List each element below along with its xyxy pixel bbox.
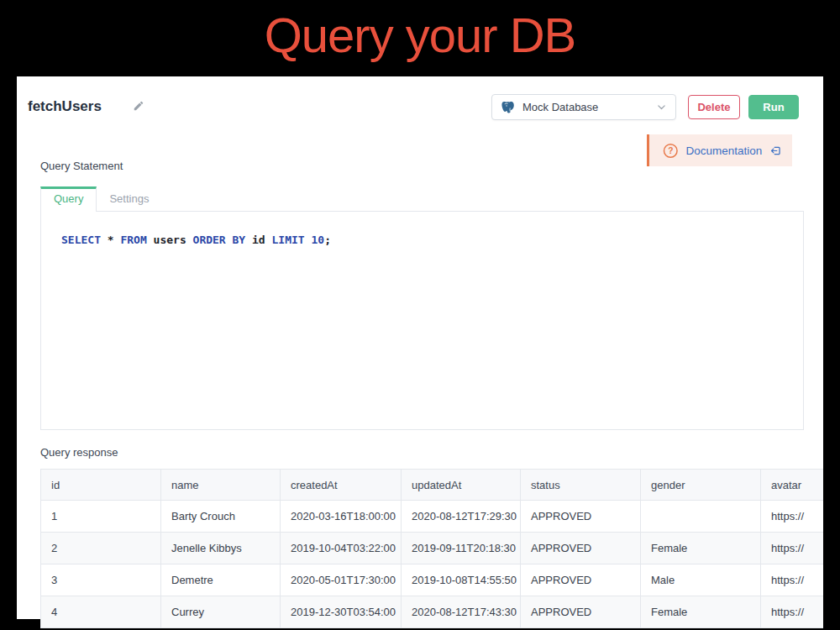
table-cell: APPROVED — [521, 533, 641, 564]
svg-text:?: ? — [668, 146, 673, 155]
sql-token — [226, 234, 233, 246]
column-header-name: name — [161, 470, 281, 501]
column-header-avatar: avatar — [761, 470, 824, 501]
table-row: 1Barty Crouch2020-03-16T18:00:002020-08-… — [41, 501, 824, 533]
table-body: 1Barty Crouch2020-03-16T18:00:002020-08-… — [41, 501, 824, 628]
table-cell: 2 — [41, 533, 161, 564]
statement-tabbar: Query Settings — [40, 188, 804, 212]
table-cell: Demetre — [161, 564, 281, 596]
column-header-id: id — [41, 470, 161, 501]
sql-token — [245, 234, 252, 246]
chevron-down-icon — [656, 102, 667, 113]
table-cell: 2020-08-12T17:43:30 — [402, 596, 521, 628]
tab-query[interactable]: Query — [40, 186, 97, 212]
column-header-status: status — [521, 470, 641, 501]
table-cell: APPROVED — [521, 501, 641, 533]
pencil-icon — [133, 100, 144, 112]
documentation-banner[interactable]: ? Documentation — [647, 134, 792, 166]
response-table-wrap: id name createdAt updatedAt status gende… — [40, 469, 823, 630]
postgresql-icon — [501, 100, 516, 115]
table-cell: APPROVED — [521, 564, 641, 596]
slide-title: Query your DB — [0, 7, 840, 63]
table-cell: 2019-10-08T14:55:50 — [402, 564, 521, 596]
table-cell: 2020-08-12T17:29:30 — [402, 501, 521, 533]
sql-token: ORDER — [193, 234, 226, 246]
table-cell: Currey — [161, 596, 281, 628]
table-cell: Barty Crouch — [161, 501, 281, 533]
table-cell: APPROVED — [521, 596, 641, 628]
sql-token: LIMIT — [272, 234, 305, 246]
sql-token: id — [252, 234, 265, 246]
sql-token: SELECT — [61, 234, 101, 246]
edit-name-button[interactable] — [133, 100, 144, 115]
query-statement-label: Query Statement — [40, 160, 123, 172]
column-header-updatedat: updatedAt — [402, 470, 521, 501]
query-response-label: Query response — [40, 446, 118, 459]
table-cell: 2019-10-04T03:22:00 — [281, 533, 402, 564]
table-cell: Male — [641, 564, 761, 596]
table-row: 3Demetre2020-05-01T17:30:002019-10-08T14… — [41, 564, 824, 596]
resource-select[interactable]: Mock Database — [491, 94, 676, 120]
table-cell: https:// — [761, 596, 824, 628]
sql-token: * — [108, 234, 114, 246]
table-cell: https:// — [761, 533, 824, 564]
table-cell: 2020-05-01T17:30:00 — [281, 564, 402, 596]
table-cell: 2019-09-11T20:18:30 — [402, 533, 521, 564]
sql-token — [186, 234, 193, 246]
open-docs-external-icon — [769, 144, 782, 157]
run-button[interactable]: Run — [748, 95, 799, 119]
column-header-createdat: createdAt — [281, 470, 402, 501]
sql-token — [265, 234, 272, 246]
table-cell: 3 — [41, 564, 161, 596]
table-cell: 2020-03-16T18:00:00 — [281, 501, 402, 533]
table-cell: 2019-12-30T03:54:00 — [281, 596, 402, 628]
sql-token: FROM — [120, 234, 146, 246]
documentation-link[interactable]: Documentation — [686, 144, 763, 157]
sql-code-line: SELECT * FROM users ORDER BY id LIMIT 10… — [61, 234, 803, 246]
sql-token — [101, 234, 108, 246]
resource-select-value: Mock Database — [522, 101, 649, 113]
sql-code-editor[interactable]: SELECT * FROM users ORDER BY id LIMIT 10… — [40, 212, 804, 430]
table-cell: https:// — [761, 501, 824, 533]
sql-token — [147, 234, 154, 246]
table-cell: https:// — [761, 564, 824, 596]
tab-settings[interactable]: Settings — [97, 187, 161, 211]
table-header-row: id name createdAt updatedAt status gende… — [41, 470, 824, 501]
sql-token: ; — [324, 234, 331, 246]
table-row: 4Currey2019-12-30T03:54:002020-08-12T17:… — [41, 596, 824, 628]
table-cell: 4 — [41, 596, 161, 628]
question-circle-icon: ? — [663, 143, 679, 159]
sql-token: BY — [233, 234, 246, 246]
delete-button[interactable]: Delete — [688, 95, 740, 119]
table-row: 2Jenelle Kibbys2019-10-04T03:22:002019-0… — [41, 533, 824, 564]
table-cell: Jenelle Kibbys — [161, 533, 281, 564]
query-name-title: fetchUsers — [28, 98, 102, 115]
response-table: id name createdAt updatedAt status gende… — [40, 469, 823, 628]
table-cell: Female — [641, 596, 761, 628]
sql-token: 10 — [311, 234, 324, 246]
table-cell: Female — [641, 533, 761, 564]
column-header-gender: gender — [641, 470, 761, 501]
table-cell: 1 — [41, 501, 161, 533]
sql-token: users — [154, 234, 186, 246]
table-cell — [641, 501, 761, 533]
